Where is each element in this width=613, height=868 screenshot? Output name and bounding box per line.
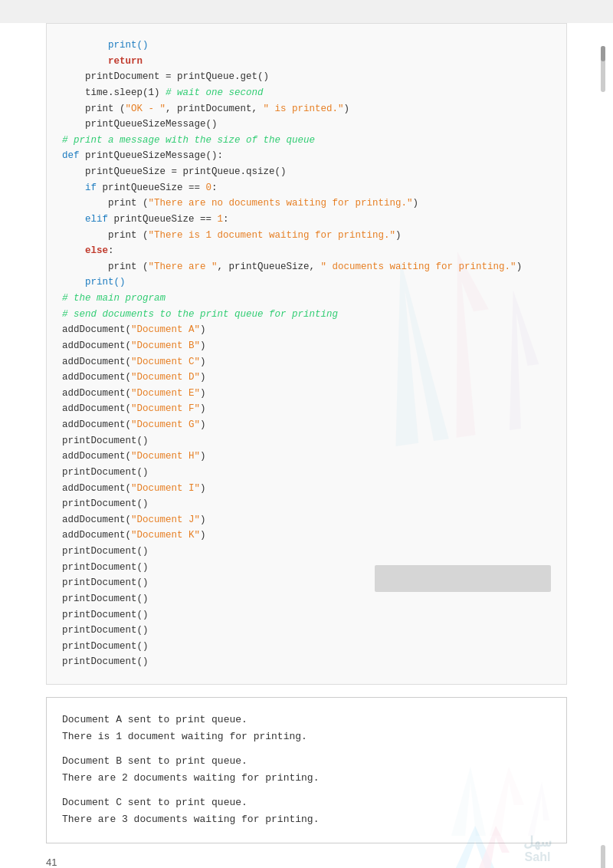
brand-text: Sahl [525,850,551,864]
code-line-9: printQueueSize = printQueue.qsize() [62,164,551,180]
code-line-38: printDocument() [62,623,551,639]
output-line-1: Document A sent to print queue. [62,712,551,728]
brand-watermark: سهل Sahl [433,822,552,868]
code-line-31: addDocument("Document J") [62,512,551,528]
code-line-4: time.sleep(1) # wait one second [62,85,551,101]
brand-arabic: سهل [523,833,552,850]
code-line-36: printDocument() [62,591,551,607]
output-gap-1 [62,745,551,753]
code-line-6: printQueueSizeMessage() [62,117,551,133]
code-line-2: return [62,54,551,70]
code-line-28: printDocument() [62,465,551,481]
code-line-26: printDocument() [62,433,551,449]
code-line-16: print() [62,275,551,291]
code-line-12: elif printQueueSize == 1: [62,212,551,228]
code-line-13: print ("There is 1 document waiting for … [62,228,551,244]
output-line-3: Document B sent to print queue. [62,753,551,770]
code-line-11: print ("There are no documents waiting f… [62,196,551,212]
scrollbar-top[interactable] [601,46,605,92]
code-line-1: print() [62,38,551,54]
code-line-22: addDocument("Document D") [62,370,551,386]
code-line-24: addDocument("Document F") [62,401,551,417]
code-line-37: printDocument() [62,607,551,623]
code-line-30: printDocument() [62,496,551,512]
code-line-39: printDocument() [62,639,551,655]
output-gap-2 [62,787,551,794]
code-line-40: printDocument() [62,654,551,670]
code-line-3: printDocument = printQueue.get() [62,69,551,85]
code-line-25: addDocument("Document G") [62,417,551,433]
code-line-33: printDocument() [62,544,551,560]
code-line-18: # send documents to the print queue for … [62,307,551,323]
page-number: 41 [46,856,57,868]
code-line-17: # the main program [62,291,551,307]
scrollbar-bottom[interactable] [601,845,605,868]
gray-overlay [375,565,551,592]
code-line-29: addDocument("Document I") [62,481,551,497]
code-line-19: addDocument("Document A") [62,322,551,338]
code-line-7: # print a message with the size of the q… [62,133,551,149]
page-container: print() return printDocument = printQueu… [0,23,613,868]
code-block: print() return printDocument = printQueu… [46,23,567,685]
code-line-23: addDocument("Document E") [62,386,551,402]
output-line-2: There is 1 document waiting for printing… [62,728,551,745]
output-line-5: Document C sent to print queue. [62,794,551,811]
code-line-10: if printQueueSize == 0: [62,180,551,196]
code-line-21: addDocument("Document C") [62,354,551,370]
output-line-4: There are 2 documents waiting for printi… [62,770,551,787]
code-line-8: def printQueueSizeMessage(): [62,148,551,164]
code-line-15: print ("There are ", printQueueSize, " d… [62,259,551,275]
code-line-27: addDocument("Document H") [62,449,551,465]
code-line-32: addDocument("Document K") [62,528,551,544]
code-line-14: else: [62,243,551,259]
code-line-5: print ("OK - ", printDocument, " is prin… [62,101,551,117]
output-block: Document A sent to print queue. There is… [46,697,567,843]
code-line-20: addDocument("Document B") [62,338,551,354]
